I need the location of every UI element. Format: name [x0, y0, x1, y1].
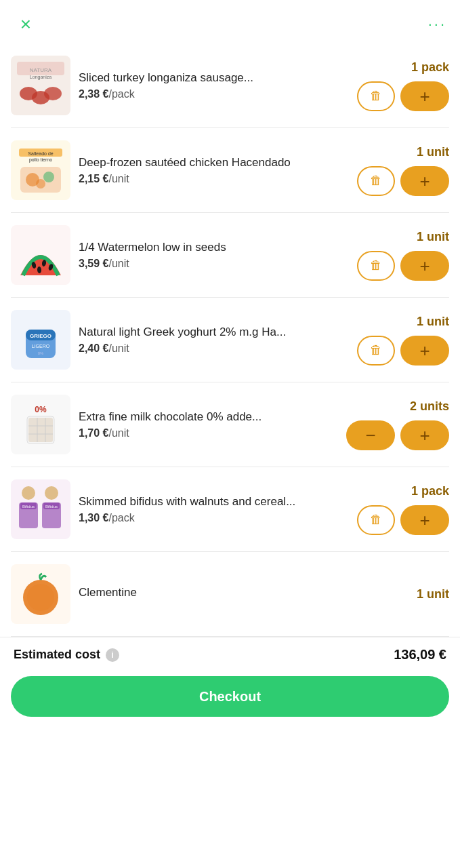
- item-controls: 1 unit 🗑 +: [357, 315, 449, 366]
- estimated-cost-label: Estimated cost i: [14, 648, 119, 662]
- add-button[interactable]: +: [400, 251, 449, 281]
- item-quantity: 1 unit: [417, 230, 449, 244]
- svg-text:Bifidus: Bifidus: [22, 505, 35, 509]
- svg-point-38: [27, 584, 54, 611]
- item-quantity: 1 unit: [417, 315, 449, 329]
- product-info: Natural light Greek yoghurt 2% m.g Ha...…: [79, 325, 349, 355]
- product-name: Sliced turkey longaniza sausage...: [79, 71, 349, 85]
- list-item: Salteado de pollo tierno Deep-frozen sau…: [11, 128, 449, 213]
- product-info: Sliced turkey longaniza sausage... 2,38 …: [79, 71, 349, 100]
- close-button[interactable]: ×: [14, 12, 38, 37]
- svg-text:Bifidus: Bifidus: [45, 505, 58, 509]
- product-name: Clementine: [79, 585, 409, 600]
- info-icon[interactable]: i: [106, 648, 119, 662]
- svg-text:0%: 0%: [38, 351, 44, 355]
- product-name: Skimmed bifidus with walnuts and cereal.…: [79, 494, 349, 509]
- delete-button[interactable]: 🗑: [357, 505, 395, 535]
- close-icon: ×: [20, 15, 31, 34]
- item-quantity: 1 unit: [417, 145, 449, 159]
- svg-text:NATURA: NATURA: [30, 67, 52, 73]
- item-controls: 1 unit: [417, 587, 449, 601]
- footer-bar: Estimated cost i 136,09 €: [0, 637, 460, 669]
- product-image: [11, 225, 70, 285]
- minus-button[interactable]: −: [346, 420, 395, 450]
- svg-point-35: [22, 486, 35, 500]
- item-quantity: 1 pack: [411, 484, 449, 498]
- product-price: 2,40 €/unit: [79, 342, 349, 355]
- product-image: Bifidus Bifidus: [11, 479, 70, 539]
- product-image: [11, 564, 70, 624]
- product-image: 0%: [11, 395, 70, 454]
- item-controls: 1 unit 🗑 +: [357, 230, 449, 281]
- svg-text:GRIEGO: GRIEGO: [30, 333, 51, 339]
- add-button[interactable]: +: [400, 505, 449, 535]
- checkout-button[interactable]: Checkout: [11, 676, 449, 717]
- product-price: 1,30 €/pack: [79, 512, 349, 524]
- trash-icon: 🗑: [370, 89, 382, 103]
- add-button[interactable]: +: [400, 166, 449, 196]
- shopping-cart-list: NATURA Longaniza Sliced turkey longaniza…: [0, 43, 460, 637]
- svg-text:pollo tierno: pollo tierno: [29, 157, 52, 163]
- svg-text:Longaniza: Longaniza: [30, 75, 51, 80]
- svg-point-5: [44, 87, 62, 100]
- add-button[interactable]: +: [400, 81, 449, 111]
- delete-button[interactable]: 🗑: [357, 81, 395, 111]
- product-price: 1,70 €/unit: [79, 427, 338, 439]
- list-item: 0% Extra fine milk chocolate 0% adde... …: [11, 382, 449, 467]
- svg-point-11: [43, 172, 54, 182]
- trash-icon: 🗑: [370, 258, 382, 273]
- item-controls: 1 pack 🗑 +: [357, 484, 449, 535]
- product-info: Clementine: [79, 585, 409, 603]
- list-item: Clementine 1 unit: [11, 552, 449, 637]
- product-info: 1/4 Watermelon low in seeds 3,59 €/unit: [79, 240, 349, 270]
- plus-icon: +: [419, 172, 430, 190]
- svg-point-36: [45, 486, 58, 500]
- svg-text:LIGERO: LIGERO: [32, 344, 50, 349]
- product-image: NATURA Longaniza: [11, 56, 70, 115]
- svg-text:Salteado de: Salteado de: [28, 151, 53, 156]
- item-controls: 1 unit 🗑 +: [357, 145, 449, 196]
- list-item: 1/4 Watermelon low in seeds 3,59 €/unit …: [11, 213, 449, 298]
- product-price: 2,15 €/unit: [79, 173, 349, 185]
- add-button[interactable]: +: [400, 336, 449, 366]
- plus-icon: +: [419, 427, 430, 444]
- product-name: 1/4 Watermelon low in seeds: [79, 240, 349, 255]
- product-name: Natural light Greek yoghurt 2% m.g Ha...: [79, 325, 349, 340]
- product-image: GRIEGO LIGERO 0%: [11, 310, 70, 370]
- list-item: GRIEGO LIGERO 0% Natural light Greek yog…: [11, 298, 449, 382]
- delete-button[interactable]: 🗑: [357, 251, 395, 281]
- item-controls: 2 units − +: [346, 399, 449, 450]
- plus-icon: +: [419, 342, 430, 359]
- product-info: Skimmed bifidus with walnuts and cereal.…: [79, 494, 349, 524]
- more-options-button[interactable]: ···: [428, 16, 446, 33]
- item-quantity: 2 units: [410, 399, 449, 414]
- svg-text:0%: 0%: [35, 405, 47, 414]
- trash-icon: 🗑: [370, 174, 382, 188]
- add-button[interactable]: +: [400, 420, 449, 450]
- product-price: 2,38 €/pack: [79, 88, 349, 100]
- estimated-cost-value: 136,09 €: [394, 647, 446, 663]
- product-price: 3,59 €/unit: [79, 258, 349, 270]
- item-quantity: 1 pack: [411, 60, 449, 75]
- trash-icon: 🗑: [370, 513, 382, 527]
- list-item: NATURA Longaniza Sliced turkey longaniza…: [11, 43, 449, 128]
- item-controls: 1 pack 🗑 +: [357, 60, 449, 111]
- trash-icon: 🗑: [370, 343, 382, 357]
- product-info: Extra fine milk chocolate 0% adde... 1,7…: [79, 410, 338, 439]
- plus-icon: +: [419, 87, 430, 105]
- item-quantity: 1 unit: [417, 587, 449, 601]
- svg-rect-24: [28, 418, 53, 442]
- delete-button[interactable]: 🗑: [357, 336, 395, 366]
- minus-icon: −: [365, 427, 375, 444]
- product-name: Extra fine milk chocolate 0% adde...: [79, 410, 338, 425]
- delete-button[interactable]: 🗑: [357, 166, 395, 196]
- plus-icon: +: [419, 511, 430, 529]
- header: × ···: [0, 0, 460, 43]
- svg-point-12: [36, 179, 45, 189]
- product-info: Deep-frozen sautéed chicken Hacendado 2,…: [79, 155, 349, 185]
- list-item: Bifidus Bifidus Skimmed bifidus with wal…: [11, 467, 449, 552]
- plus-icon: +: [419, 257, 430, 275]
- product-name: Deep-frozen sautéed chicken Hacendado: [79, 155, 349, 170]
- product-image: Salteado de pollo tierno: [11, 140, 70, 200]
